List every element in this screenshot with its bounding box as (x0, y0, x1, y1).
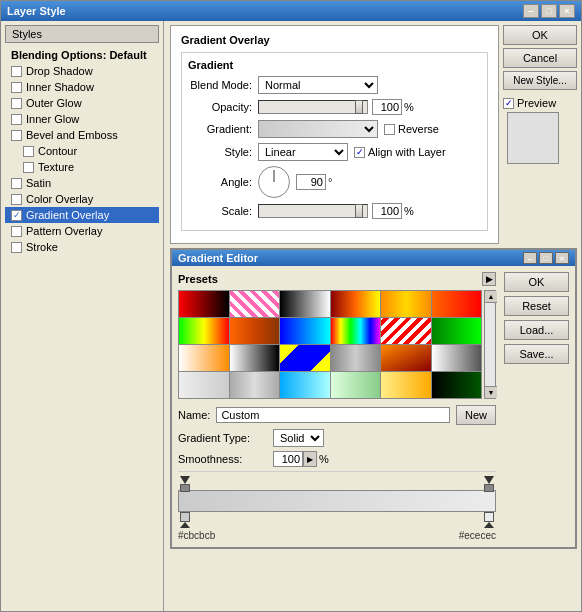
ge-close-btn[interactable]: × (555, 252, 569, 264)
smoothness-increment-btn[interactable]: ▶ (303, 451, 317, 467)
layer-item-drop-shadow[interactable]: Drop Shadow (5, 63, 159, 79)
top-stop-right[interactable] (484, 476, 494, 490)
ge-save-button[interactable]: Save... (504, 344, 569, 364)
gradient-type-select[interactable]: Solid (273, 429, 324, 447)
swatch-6[interactable] (432, 291, 482, 317)
layer-item-inner-shadow[interactable]: Inner Shadow (5, 79, 159, 95)
gradient-bar[interactable] (178, 490, 496, 512)
scroll-down-btn[interactable]: ▼ (485, 386, 497, 398)
scale-slider-track[interactable] (258, 204, 368, 218)
right-buttons-area: OK Cancel New Style... ✓ Preview (503, 25, 577, 244)
layer-item-bevel-emboss[interactable]: Bevel and Emboss (5, 127, 159, 143)
cancel-button[interactable]: Cancel (503, 48, 577, 68)
scale-row: Scale: % (188, 203, 481, 219)
drop-shadow-checkbox[interactable] (11, 66, 22, 77)
swatch-20[interactable] (230, 372, 280, 398)
new-button[interactable]: New (456, 405, 496, 425)
swatch-8[interactable] (230, 318, 280, 344)
align-layer-checkbox[interactable]: ✓ (354, 147, 365, 158)
gradient-overlay-title: Gradient Overlay (181, 34, 488, 46)
swatch-11[interactable] (381, 318, 431, 344)
swatch-24[interactable] (432, 372, 482, 398)
blend-mode-select[interactable]: Normal (258, 76, 378, 94)
layer-item-pattern-overlay[interactable]: Pattern Overlay (5, 223, 159, 239)
preview-box (507, 112, 559, 164)
swatch-7[interactable] (179, 318, 229, 344)
align-layer-label[interactable]: ✓ Align with Layer (354, 146, 446, 158)
stroke-checkbox[interactable] (11, 242, 22, 253)
swatch-16[interactable] (331, 345, 381, 371)
swatch-21[interactable] (280, 372, 330, 398)
contour-checkbox[interactable] (23, 146, 34, 157)
ok-button[interactable]: OK (503, 25, 577, 45)
swatch-1[interactable] (179, 291, 229, 317)
ge-minimize-btn[interactable]: – (523, 252, 537, 264)
layer-item-inner-glow[interactable]: Inner Glow (5, 111, 159, 127)
layer-list: Blending Options: Default Drop Shadow In… (5, 47, 159, 255)
layer-item-gradient-overlay[interactable]: ✓ Gradient Overlay (5, 207, 159, 223)
scroll-up-btn[interactable]: ▲ (485, 291, 497, 303)
reverse-label[interactable]: Reverse (384, 123, 439, 135)
style-select[interactable]: Linear (258, 143, 348, 161)
angle-knob[interactable] (258, 166, 290, 198)
swatch-14[interactable] (230, 345, 280, 371)
satin-checkbox[interactable] (11, 178, 22, 189)
maximize-button[interactable]: □ (541, 4, 557, 18)
texture-checkbox[interactable] (23, 162, 34, 173)
swatch-12[interactable] (432, 318, 482, 344)
ge-ok-button[interactable]: OK (504, 272, 569, 292)
gradient-row: Gradient: Reverse (188, 120, 481, 138)
bevel-emboss-checkbox[interactable] (11, 130, 22, 141)
smoothness-input[interactable] (273, 451, 303, 467)
top-stop-left[interactable] (180, 476, 190, 490)
gradient-select[interactable] (258, 120, 378, 138)
bottom-stop-right-arrow (484, 522, 494, 528)
swatch-10[interactable] (331, 318, 381, 344)
swatch-23[interactable] (381, 372, 431, 398)
pattern-overlay-checkbox[interactable] (11, 226, 22, 237)
opacity-slider-track[interactable] (258, 100, 368, 114)
layer-item-stroke[interactable]: Stroke (5, 239, 159, 255)
swatch-19[interactable] (179, 372, 229, 398)
minimize-button[interactable]: – (523, 4, 539, 18)
name-input[interactable] (216, 407, 450, 423)
opacity-slider-thumb[interactable] (355, 100, 363, 114)
presets-expand-btn[interactable]: ▶ (482, 272, 496, 286)
layer-item-texture[interactable]: Texture (5, 159, 159, 175)
swatch-3[interactable] (280, 291, 330, 317)
scale-input[interactable] (372, 203, 402, 219)
ge-reset-button[interactable]: Reset (504, 296, 569, 316)
layer-item-color-overlay[interactable]: Color Overlay (5, 191, 159, 207)
ge-load-button[interactable]: Load... (504, 320, 569, 340)
swatch-9[interactable] (280, 318, 330, 344)
inner-glow-checkbox[interactable] (11, 114, 22, 125)
swatch-2[interactable] (230, 291, 280, 317)
inner-shadow-checkbox[interactable] (11, 82, 22, 93)
scale-slider-thumb[interactable] (355, 204, 363, 218)
swatch-15[interactable] (280, 345, 330, 371)
ge-restore-btn[interactable]: □ (539, 252, 553, 264)
swatch-22[interactable] (331, 372, 381, 398)
preview-checkbox[interactable]: ✓ (503, 98, 514, 109)
new-style-button[interactable]: New Style... (503, 71, 577, 90)
color-overlay-checkbox[interactable] (11, 194, 22, 205)
swatch-17[interactable] (381, 345, 431, 371)
swatch-5[interactable] (381, 291, 431, 317)
reverse-checkbox[interactable] (384, 124, 395, 135)
gradient-bar-area: #cbcbcb #ececec (178, 471, 496, 541)
swatch-4[interactable] (331, 291, 381, 317)
gradient-overlay-checkbox[interactable]: ✓ (11, 210, 22, 221)
outer-glow-checkbox[interactable] (11, 98, 22, 109)
layer-item-satin[interactable]: Satin (5, 175, 159, 191)
layer-item-blending-options[interactable]: Blending Options: Default (5, 47, 159, 63)
layer-item-outer-glow[interactable]: Outer Glow (5, 95, 159, 111)
opacity-input[interactable] (372, 99, 402, 115)
top-stops (178, 476, 496, 490)
swatch-13[interactable] (179, 345, 229, 371)
angle-input[interactable] (296, 174, 326, 190)
layer-item-contour[interactable]: Contour (5, 143, 159, 159)
swatch-18[interactable] (432, 345, 482, 371)
bottom-stop-right[interactable] (484, 512, 494, 528)
close-button[interactable]: × (559, 4, 575, 18)
bottom-stop-left[interactable] (180, 512, 190, 528)
